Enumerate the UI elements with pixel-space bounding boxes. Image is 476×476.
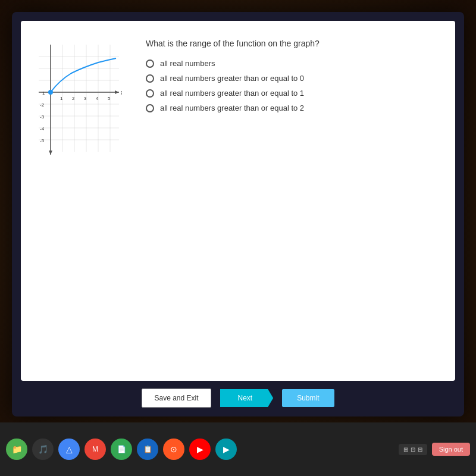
radio-1[interactable] [146, 60, 154, 68]
svg-text:5: 5 [108, 96, 111, 101]
coordinate-graph: x 1 2 3 4 5 1 -2 -3 -4 -5 [33, 39, 122, 164]
taskbar-icon-youtube[interactable]: ▶ [189, 439, 211, 460]
bottom-bar: Save and Exit Next Submit [21, 389, 455, 408]
option-1-label: all real numbers [160, 59, 215, 68]
taskbar-icon-files[interactable]: 📁 [6, 439, 27, 460]
option-2[interactable]: all real numbers greater than or equal t… [146, 74, 431, 83]
option-3-label: all real numbers greater than or equal t… [160, 89, 304, 98]
option-3[interactable]: all real numbers greater than or equal t… [146, 89, 431, 98]
content-area: x 1 2 3 4 5 1 -2 -3 -4 -5 [21, 21, 455, 381]
svg-text:-4: -4 [40, 126, 45, 131]
tray-item-2[interactable]: ⊡ [411, 446, 415, 453]
system-tray: ⊞ ⊡ ⊟ [399, 444, 427, 455]
option-2-label: all real numbers greater than or equal t… [160, 74, 304, 83]
svg-text:-5: -5 [40, 138, 45, 143]
taskbar-icon-app1[interactable]: 🎵 [32, 439, 54, 460]
taskbar-icon-app2[interactable]: 📋 [137, 439, 158, 460]
question-text: What is the range of the function on the… [146, 39, 431, 48]
taskbar: 📁 🎵 △ M 📄 📋 ⊙ ▶ ▶ ⊞ ⊡ ⊟ Sign out [0, 422, 476, 476]
radio-2[interactable] [146, 74, 154, 83]
radio-3[interactable] [146, 89, 154, 98]
taskbar-icon-gmail[interactable]: M [84, 439, 106, 460]
tray-item-1[interactable]: ⊞ [403, 446, 408, 453]
svg-text:4: 4 [96, 96, 99, 101]
taskbar-right: ⊞ ⊡ ⊟ Sign out [399, 443, 470, 456]
sign-out-button[interactable]: Sign out [432, 443, 470, 456]
svg-text:3: 3 [84, 96, 87, 101]
taskbar-icon-play[interactable]: ▶ [215, 439, 237, 460]
svg-text:2: 2 [72, 96, 75, 101]
save-exit-button[interactable]: Save and Exit [142, 389, 211, 408]
svg-marker-15 [115, 90, 119, 94]
taskbar-icon-drive[interactable]: △ [58, 439, 80, 460]
monitor: x 1 2 3 4 5 1 -2 -3 -4 -5 [12, 12, 464, 416]
graph-curve [51, 58, 116, 92]
svg-text:x: x [121, 89, 122, 96]
option-4[interactable]: all real numbers greater than or equal t… [146, 104, 431, 112]
svg-marker-17 [49, 151, 52, 155]
quiz-section: What is the range of the function on the… [140, 39, 431, 369]
graph-canvas: x 1 2 3 4 5 1 -2 -3 -4 -5 [33, 39, 122, 158]
svg-text:-3: -3 [40, 114, 45, 120]
option-4-label: all real numbers greater than or equal t… [160, 104, 304, 112]
tray-item-3[interactable]: ⊟ [418, 446, 422, 453]
svg-text:1: 1 [60, 96, 63, 101]
next-button[interactable]: Next [220, 389, 274, 407]
svg-text:1: 1 [42, 90, 45, 96]
taskbar-icon-chrome[interactable]: ⊙ [163, 439, 184, 460]
option-1[interactable]: all real numbers [146, 59, 431, 68]
radio-4[interactable] [146, 104, 154, 112]
graph-section: x 1 2 3 4 5 1 -2 -3 -4 -5 [33, 39, 128, 369]
taskbar-icon-docs[interactable]: 📄 [111, 439, 132, 460]
submit-button[interactable]: Submit [282, 389, 334, 407]
svg-text:-2: -2 [40, 102, 45, 108]
